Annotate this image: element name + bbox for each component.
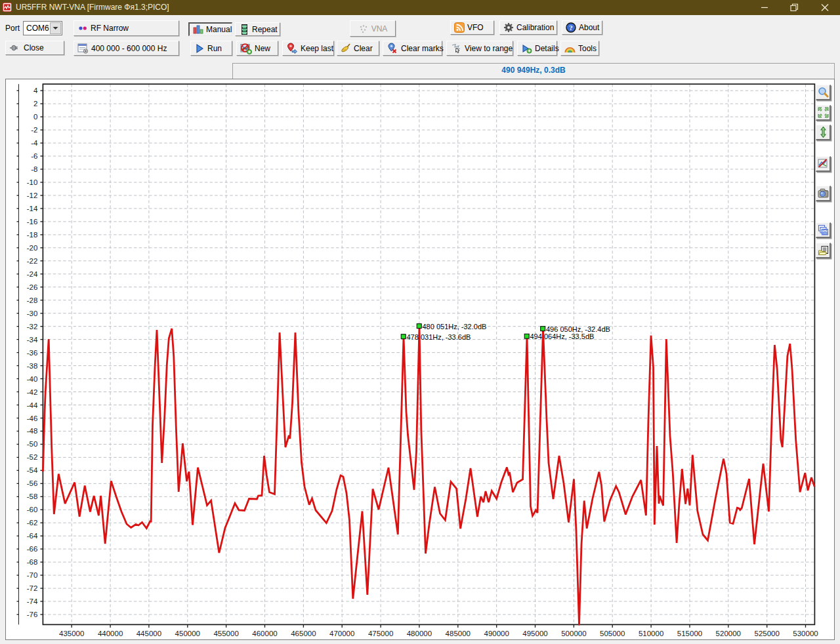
svg-text:495000: 495000 [522, 630, 547, 637]
svg-text:-56: -56 [27, 479, 38, 487]
svg-text:520000: 520000 [716, 630, 741, 637]
svg-text:500000: 500000 [561, 630, 586, 637]
svg-text:530000: 530000 [793, 630, 818, 637]
svg-text:-24: -24 [27, 270, 38, 278]
svg-text:515000: 515000 [677, 630, 702, 637]
svg-text:-4: -4 [31, 139, 38, 147]
svg-text:-52: -52 [27, 453, 38, 461]
svg-text:450000: 450000 [175, 630, 200, 637]
svg-text:465000: 465000 [291, 630, 316, 637]
svg-text:-74: -74 [27, 597, 38, 605]
svg-text:435000: 435000 [59, 630, 84, 637]
svg-text:-46: -46 [27, 414, 38, 422]
svg-text:-26: -26 [27, 283, 38, 291]
svg-text:496 050Hz, -32.4dB: 496 050Hz, -32.4dB [546, 325, 610, 333]
svg-text:525000: 525000 [755, 630, 780, 637]
svg-text:0: 0 [33, 113, 37, 121]
svg-text:-10: -10 [27, 178, 38, 186]
svg-text:-30: -30 [27, 310, 38, 317]
svg-text:494 064Hz, -33.5dB: 494 064Hz, -33.5dB [530, 332, 595, 340]
svg-text:-70: -70 [27, 571, 38, 579]
svg-text:-54: -54 [27, 466, 38, 474]
svg-text:490000: 490000 [484, 630, 509, 637]
svg-text:470000: 470000 [329, 630, 354, 637]
svg-text:-42: -42 [27, 388, 38, 396]
svg-text:-72: -72 [27, 584, 38, 592]
svg-text:-68: -68 [27, 558, 38, 566]
svg-text:-38: -38 [27, 362, 38, 370]
svg-text:485000: 485000 [446, 630, 471, 637]
svg-text:-16: -16 [27, 218, 38, 226]
svg-text:-12: -12 [27, 191, 38, 199]
svg-text:-8: -8 [31, 165, 37, 173]
svg-text:-40: -40 [27, 375, 38, 383]
svg-text:455000: 455000 [213, 630, 238, 637]
svg-text:-6: -6 [31, 152, 37, 160]
svg-text:2: 2 [33, 100, 37, 108]
svg-text:475000: 475000 [368, 630, 393, 637]
svg-text:505000: 505000 [600, 630, 625, 637]
svg-text:-32: -32 [27, 323, 38, 331]
svg-text:480 051Hz, -32.0dB: 480 051Hz, -32.0dB [423, 323, 487, 331]
svg-text:-20: -20 [27, 244, 38, 252]
svg-text:-2: -2 [31, 126, 37, 134]
svg-text:-60: -60 [27, 506, 38, 513]
svg-text:-62: -62 [27, 519, 38, 527]
svg-text:440000: 440000 [98, 630, 123, 637]
svg-text:-76: -76 [27, 611, 38, 618]
svg-text:480000: 480000 [407, 630, 432, 637]
svg-text:-66: -66 [27, 545, 38, 553]
svg-text:460000: 460000 [252, 630, 277, 637]
svg-text:-34: -34 [27, 336, 38, 344]
svg-text:-44: -44 [27, 401, 38, 409]
svg-text:-22: -22 [27, 257, 38, 265]
svg-text:?: ? [569, 24, 573, 31]
svg-text:-64: -64 [27, 532, 38, 540]
svg-text:-28: -28 [27, 296, 38, 304]
svg-text:-48: -48 [27, 427, 38, 435]
svg-text:-50: -50 [27, 440, 38, 448]
svg-text:-14: -14 [27, 205, 38, 212]
svg-text:-18: -18 [27, 231, 38, 239]
svg-text:445000: 445000 [136, 630, 161, 637]
svg-text:4: 4 [33, 87, 38, 94]
svg-text:478 031Hz, -33.6dB: 478 031Hz, -33.6dB [407, 333, 471, 341]
svg-text:-58: -58 [27, 493, 38, 500]
svg-text:-36: -36 [27, 349, 38, 357]
svg-text:510000: 510000 [639, 630, 663, 637]
